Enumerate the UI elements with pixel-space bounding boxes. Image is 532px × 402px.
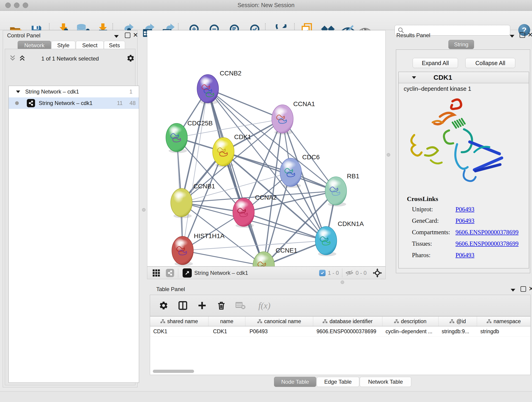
results-panel-float-button[interactable] — [520, 32, 525, 38]
main-toolbar: ? — [0, 11, 532, 30]
control-panel-menu-button[interactable] — [114, 35, 119, 39]
fit-selected-button[interactable] — [373, 268, 382, 278]
column-network-icon — [160, 319, 165, 323]
network-node-label-CDK1: CDK1 — [234, 133, 251, 140]
network-node-CCNE1[interactable]: CCNE1 — [253, 247, 298, 266]
tab-node-table[interactable]: Node Table — [274, 377, 316, 387]
results-panel-menu-button[interactable] — [510, 34, 514, 38]
network-status-dot — [15, 101, 19, 105]
tab-string[interactable]: String — [448, 40, 474, 49]
column-header-shared-name[interactable]: shared name — [150, 317, 209, 326]
table-panel-title: Table Panel — [156, 286, 185, 293]
network-selection-summary: 1 of 1 Network selected — [5, 56, 135, 62]
crosslink-uniprot-link[interactable]: P06493 — [456, 206, 475, 213]
crosslink-compartments-link[interactable]: 9606.ENSP00000378699 — [456, 229, 519, 236]
network-node-CCNA1[interactable]: CCNA1 — [272, 100, 315, 134]
crosslink-row: Compartments: 9606.ENSP00000378699 — [399, 226, 529, 238]
delete-table-button[interactable] — [235, 300, 246, 311]
network-options-button[interactable] — [127, 54, 135, 63]
network-collection-row[interactable]: String Network – cdk1 1 — [9, 86, 139, 97]
network-node-label-CDC25B: CDC25B — [187, 120, 213, 127]
network-tree: String Network – cdk1 1 String Network –… — [8, 86, 139, 383]
column-header-name[interactable]: name — [209, 317, 245, 326]
crosslink-row: Uniprot: P06493 — [399, 204, 529, 215]
column-network-icon — [487, 319, 492, 323]
network-node-CDC25B[interactable]: CDC25B — [166, 120, 213, 153]
crosslink-label: GeneCard: — [412, 217, 456, 224]
grid-view-button[interactable] — [152, 268, 161, 278]
network-node-RB1[interactable]: RB1 — [325, 172, 359, 206]
table-panel-close-button[interactable]: ✕ — [529, 287, 532, 291]
table-row[interactable]: CDK1 CDK1 P06493 9606.ENSP00000378699 cy… — [150, 326, 530, 337]
network-node-label-CDC6: CDC6 — [302, 153, 320, 161]
control-panel-close-button[interactable]: ✕ — [133, 33, 138, 37]
network-node-CCNA2[interactable]: CCNA2 — [233, 194, 277, 228]
node-table: shared name name canonical name database… — [150, 316, 531, 375]
crosslink-row: GeneCard: P06493 — [399, 215, 529, 226]
tab-network-table[interactable]: Network Table — [360, 377, 411, 387]
column-header-id[interactable]: @id — [438, 317, 477, 326]
add-row-button[interactable] — [196, 300, 208, 311]
network-node-count: 11 — [117, 100, 123, 106]
results-panel: Results Panel ✕ String Expand All Collap… — [392, 30, 531, 284]
crosslink-tissues-link[interactable]: 9606.ENSP00000378699 — [456, 240, 519, 247]
crosslink-pharos-link[interactable]: P06493 — [456, 252, 475, 259]
network-canvas[interactable]: CCNB2CCNA1CDC25BCDK1CDC6RB1CCNB1CCNA2CDK… — [147, 30, 386, 267]
tab-edge-table[interactable]: Edge Table — [317, 377, 359, 387]
add-column-button[interactable] — [177, 300, 189, 311]
horizontal-scrollbar[interactable] — [153, 370, 194, 373]
protein-description: cyclin–dependent kinase 1 — [399, 83, 529, 93]
network-edge-CCNB2-HIST1H1A[interactable] — [183, 89, 208, 250]
left-splitter-handle[interactable] — [142, 208, 146, 211]
tab-sets[interactable]: Sets — [104, 41, 125, 50]
navigator-icon — [183, 268, 192, 278]
collection-expand-icon[interactable] — [16, 90, 20, 93]
protein-header[interactable]: CDK1 — [399, 72, 529, 83]
network-edge-HIST1H1A-CCNE1[interactable] — [183, 250, 264, 266]
network-type-icon — [27, 99, 35, 107]
network-graph[interactable]: CCNB2CCNA1CDC25BCDK1CDC6RB1CCNB1CCNA2CDK… — [147, 31, 385, 266]
cell-namespace: stringdb — [477, 326, 530, 337]
column-header-description[interactable]: description — [382, 317, 438, 326]
column-header-namespace[interactable]: namespace — [477, 317, 530, 326]
title-bar: Session: New Session — [0, 0, 532, 11]
string-results-container: Expand All Collapse All CDK1 cyclin–depe… — [396, 50, 530, 273]
right-splitter-handle[interactable] — [387, 153, 390, 157]
network-edge-count: 48 — [129, 100, 136, 106]
selected-checkbox-icon[interactable] — [319, 270, 326, 276]
control-panel-float-button[interactable] — [125, 32, 130, 38]
window-title: Session: New Session — [0, 2, 532, 8]
table-panel-menu-button[interactable] — [511, 288, 515, 293]
network-node-label-RB1: RB1 — [347, 172, 359, 180]
toolbar-separator — [178, 268, 178, 278]
results-panel-close-button[interactable]: ✕ — [528, 32, 532, 37]
hidden-eye-slash-icon — [346, 270, 353, 276]
network-node-CDK1[interactable]: CDK1 — [213, 133, 251, 167]
collapse-section-icon[interactable] — [412, 76, 416, 79]
delete-column-button[interactable] — [215, 300, 227, 311]
horizontal-splitter-handle[interactable] — [341, 281, 344, 284]
function-builder-button[interactable]: f(x) — [254, 300, 275, 311]
network-row-selected[interactable]: String Network – cdk1 11 48 — [9, 97, 139, 109]
collapse-all-button[interactable]: Collapse All — [465, 58, 515, 68]
network-row-label: String Network – cdk1 — [39, 100, 93, 106]
expand-all-button[interactable]: Expand All — [413, 58, 458, 68]
table-panel-float-button[interactable] — [520, 286, 526, 292]
tab-select[interactable]: Select — [76, 41, 104, 50]
collection-label: String Network – cdk1 — [25, 89, 79, 95]
table-settings-button[interactable] — [158, 300, 169, 311]
tab-network[interactable]: Network — [18, 41, 51, 50]
network-node-CDKN1A[interactable]: CDKN1A — [315, 220, 364, 256]
tab-style[interactable]: Style — [51, 41, 75, 50]
column-network-icon — [450, 319, 455, 323]
protein-name: CDK1 — [433, 74, 452, 81]
plus-icon — [197, 301, 207, 310]
network-view-mode-button[interactable] — [165, 268, 175, 278]
crosslink-genecard-link[interactable]: P06493 — [456, 217, 475, 224]
crosslink-label: Tissues: — [412, 240, 456, 247]
column-header-database-identifier[interactable]: database identifier — [313, 317, 382, 326]
column-header-canonical-name[interactable]: canonical name — [245, 317, 313, 326]
selected-node-edge-counts: 1 - 0 — [328, 270, 339, 276]
birds-eye-view-button[interactable] — [182, 268, 192, 278]
table-panel: Table Panel ✕ — [150, 285, 531, 390]
